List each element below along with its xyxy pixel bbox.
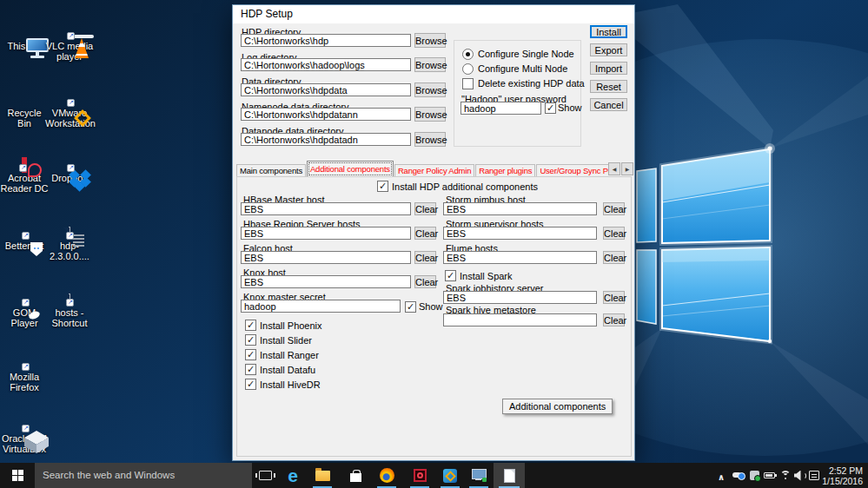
import-button[interactable]: Import <box>590 62 627 75</box>
tab-ranger-plugins[interactable]: Ranger plugins <box>475 164 535 177</box>
desktop-icon-vmware[interactable]: VMware Workstation <box>45 74 94 129</box>
tab-ranger-policy-admin[interactable]: Ranger Policy Admin <box>394 164 474 177</box>
windows-desktop: This PC VLC media player Recycle Bin VMw… <box>0 0 868 488</box>
tab-scroll-right-icon[interactable]: ▶ <box>621 162 633 175</box>
clear-knox-button[interactable]: Clear <box>414 275 436 288</box>
browse-hdp-button[interactable]: Browse <box>414 33 446 48</box>
install-datafu-checkbox[interactable] <box>245 364 256 375</box>
wifi-icon <box>779 471 792 481</box>
clear-spark-metastore-button[interactable]: Clear <box>603 313 625 326</box>
show-password-label: Show <box>558 102 582 113</box>
tray-volume[interactable] <box>792 463 807 488</box>
taskbar: Search the web and Windows 2:52 PM 1/15/… <box>0 463 868 488</box>
install-additional-checkbox[interactable] <box>377 181 388 192</box>
browse-log-button[interactable]: Browse <box>414 57 446 72</box>
reset-button[interactable]: Reset <box>590 80 627 93</box>
log-directory-input[interactable] <box>241 58 411 71</box>
tab-scroll-left-icon[interactable]: ◀ <box>608 162 620 175</box>
install-spark-checkbox[interactable] <box>445 270 456 281</box>
clear-flume-button[interactable]: Clear <box>603 251 625 264</box>
desktop-icon-gom-player[interactable]: GOM Player <box>0 274 49 328</box>
shortcut-arrow-icon <box>22 425 30 432</box>
falcon-host-input[interactable] <box>241 251 411 264</box>
hdp-directory-input[interactable] <box>241 34 411 47</box>
flume-hosts-input[interactable] <box>443 251 597 264</box>
clear-spark-jobhistory-button[interactable]: Clear <box>603 291 625 304</box>
cancel-button[interactable]: Cancel <box>590 98 627 111</box>
desktop-icon-virtualbox[interactable]: Oracle VM VirtualBox <box>0 399 49 454</box>
desktop-icon-hdp-file[interactable]: hdp-2.3.0.0.... <box>45 207 94 261</box>
tab-main-components[interactable]: Main components <box>236 164 306 177</box>
tray-vmware[interactable] <box>747 463 761 488</box>
tray-network[interactable] <box>778 463 792 488</box>
chevron-up-icon <box>718 468 725 484</box>
clear-hbase-region-button[interactable]: Clear <box>414 227 436 240</box>
desktop-icon-label: GOM Player <box>0 307 49 328</box>
install-hivedr-label: Install HiveDR <box>260 379 321 390</box>
install-additional-label: Install HDP additional components <box>392 181 538 192</box>
browse-data-button[interactable]: Browse <box>414 82 446 97</box>
clear-storm-nimbus-button[interactable]: Clear <box>603 202 625 215</box>
taskbar-clock[interactable]: 2:52 PM 1/15/2016 <box>818 465 863 486</box>
tray-betternet[interactable] <box>731 463 746 488</box>
delete-existing-data-checkbox[interactable] <box>462 78 474 89</box>
hbase-master-input[interactable] <box>241 202 411 215</box>
hadoop-password-input[interactable] <box>461 102 541 115</box>
clear-falcon-button[interactable]: Clear <box>414 251 436 264</box>
namenode-directory-input[interactable] <box>241 108 411 121</box>
install-phoenix-label: Install Phoenix <box>260 320 322 331</box>
spark-metastore-input[interactable] <box>443 313 597 326</box>
system-tray: 2:52 PM 1/15/2016 <box>0 463 868 488</box>
knox-secret-input[interactable] <box>241 300 401 313</box>
desktop-icon-label: Mozilla Firefox <box>0 372 49 392</box>
configure-single-node-label: Configure Single Node <box>478 49 574 59</box>
knox-host-input[interactable] <box>241 275 411 288</box>
desktop-icon-recycle-bin[interactable]: Recycle Bin <box>0 74 49 129</box>
browse-namenode-button[interactable]: Browse <box>414 107 446 122</box>
tray-expand-button[interactable] <box>714 463 728 488</box>
desktop-icon-vlc[interactable]: VLC media player <box>45 7 94 62</box>
install-button[interactable]: Install <box>590 25 627 38</box>
dialog-title: HDP Setup <box>233 5 634 23</box>
spark-jobhistory-input[interactable] <box>443 291 597 304</box>
cloud-network-icon <box>732 471 745 480</box>
desktop-icon-acrobat[interactable]: Acrobat Reader DC <box>0 139 49 194</box>
shortcut-arrow-icon <box>19 164 27 172</box>
storm-supervisor-input[interactable] <box>443 227 597 240</box>
install-hivedr-checkbox[interactable] <box>245 379 256 390</box>
clock-date: 1/15/2016 <box>818 476 863 486</box>
shortcut-arrow-icon <box>67 99 75 107</box>
data-directory-input[interactable] <box>241 83 411 96</box>
browse-datanode-button[interactable]: Browse <box>414 132 446 147</box>
tray-battery[interactable] <box>761 463 778 488</box>
desktop-icon-hosts-shortcut[interactable]: hosts - Shortcut <box>45 274 94 328</box>
install-phoenix-checkbox[interactable] <box>245 320 256 331</box>
tab-additional-components[interactable]: Additional components <box>307 161 394 177</box>
desktop-icon-firefox[interactable]: Mozilla Firefox <box>0 338 49 392</box>
battery-icon <box>764 472 775 478</box>
export-button[interactable]: Export <box>590 43 627 56</box>
hbase-region-input[interactable] <box>241 227 411 240</box>
desktop-icon-betternet[interactable]: Betternet <box>0 207 49 251</box>
desktop-icon-this-pc[interactable]: This PC <box>0 7 49 51</box>
install-ranger-checkbox[interactable] <box>245 349 256 360</box>
show-password-checkbox[interactable] <box>545 102 556 114</box>
tab-scroll-arrows: ◀ ▶ <box>608 162 633 175</box>
clear-storm-supervisor-button[interactable]: Clear <box>603 227 625 240</box>
tab-user-group-sync[interactable]: User/Group Sync Process <box>536 164 610 177</box>
shortcut-arrow-icon <box>67 164 75 172</box>
install-datafu-label: Install Datafu <box>260 365 315 375</box>
configure-multi-node-radio[interactable] <box>462 63 474 75</box>
node-options-group: Configure Single Node Configure Multi No… <box>454 40 581 147</box>
desktop-icon-label: Recycle Bin <box>0 108 49 129</box>
storm-nimbus-input[interactable] <box>443 202 597 215</box>
desktop-icon-label: VLC media player <box>45 41 94 62</box>
configure-single-node-radio[interactable] <box>462 49 474 60</box>
show-knox-secret-checkbox[interactable] <box>405 301 416 313</box>
desktop-icon-dropbox[interactable]: Dropbox <box>45 139 94 183</box>
shortcut-arrow-icon <box>22 363 30 371</box>
datanode-directory-input[interactable] <box>241 133 411 146</box>
clock-time: 2:52 PM <box>818 465 863 476</box>
install-slider-checkbox[interactable] <box>245 334 256 346</box>
clear-hbase-master-button[interactable]: Clear <box>414 202 436 215</box>
